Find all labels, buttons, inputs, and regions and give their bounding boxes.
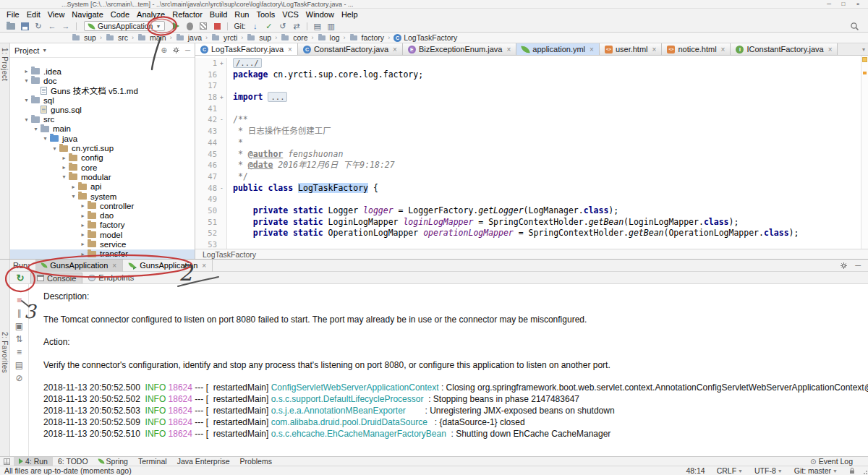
chevron-down-icon[interactable]: ▾ bbox=[41, 135, 49, 142]
status-message[interactable]: All files are up-to-date (moments ago) bbox=[4, 466, 132, 475]
menu-item-edit[interactable]: Edit bbox=[23, 9, 44, 20]
chevron-down-icon[interactable]: ▾ bbox=[60, 174, 68, 180]
save-all-icon[interactable] bbox=[18, 21, 31, 32]
close-button[interactable]: × bbox=[851, 0, 865, 8]
tree-item-java[interactable]: ▾java bbox=[10, 134, 195, 143]
stop-button[interactable] bbox=[210, 21, 224, 32]
run-tool-clear-all-icon[interactable]: ⊘ bbox=[15, 374, 22, 382]
close-icon[interactable]: × bbox=[393, 46, 397, 54]
chevron-right-icon[interactable]: ▸ bbox=[69, 184, 77, 190]
forward-icon[interactable]: → bbox=[59, 21, 72, 32]
fold-marker[interactable]: - bbox=[217, 114, 227, 126]
menu-item-vcs[interactable]: VCS bbox=[278, 9, 302, 20]
tree-item-guns-sql[interactable]: guns.sql bbox=[10, 105, 195, 114]
chevron-right-icon[interactable]: ▸ bbox=[79, 202, 87, 209]
caret-position-widget[interactable]: 48:14 bbox=[686, 466, 705, 475]
menu-item-window[interactable]: Window bbox=[302, 9, 338, 20]
menu-item-navigate[interactable]: Navigate bbox=[68, 9, 106, 20]
editor-scrollbar[interactable] bbox=[861, 56, 868, 249]
show-history-icon[interactable]: ▤ bbox=[311, 21, 324, 32]
chevron-right-icon[interactable]: ▸ bbox=[22, 68, 30, 74]
run-tool-stop-icon[interactable]: ■ bbox=[17, 296, 22, 304]
breadcrumb-item-sup[interactable]: sup bbox=[71, 33, 97, 42]
toolwindow-button-6-todo[interactable]: 6: TODO bbox=[53, 457, 93, 466]
tree-item-modular[interactable]: ▾modular bbox=[10, 172, 195, 181]
tree-item-core[interactable]: ▸core bbox=[10, 163, 195, 172]
close-icon[interactable]: × bbox=[506, 46, 511, 54]
tree-item-system[interactable]: ▾system bbox=[10, 192, 195, 201]
stripe-button-project[interactable]: 1: Project bbox=[1, 48, 9, 81]
stripe-button-favorites[interactable]: 2: Favorites bbox=[1, 332, 9, 373]
fold-marker[interactable]: - bbox=[217, 183, 227, 194]
chevron-down-icon[interactable]: ▼ bbox=[42, 48, 47, 53]
fold-marker[interactable]: + bbox=[217, 58, 227, 69]
rerun-button[interactable]: ↻ bbox=[10, 273, 30, 283]
tree-item-model[interactable]: ▸model bbox=[10, 230, 195, 239]
tree-item-guns-v5-1-md[interactable]: Guns 技术文档 v5.1.md bbox=[10, 86, 195, 95]
toolwindow-button-4-run[interactable]: 4: Run bbox=[14, 457, 53, 466]
tree-item-api[interactable]: ▸api bbox=[10, 182, 195, 192]
chevron-down-icon[interactable]: ▾ bbox=[22, 116, 30, 123]
run-tool-pause-output-icon[interactable]: ∥ bbox=[17, 309, 22, 317]
toolwindow-button-terminal[interactable]: Terminal bbox=[133, 457, 172, 466]
breadcrumb-item[interactable]: LogTaskFactory bbox=[203, 250, 256, 259]
lock-icon[interactable] bbox=[849, 467, 855, 474]
close-icon[interactable]: × bbox=[590, 46, 594, 54]
breadcrumb-item-logtaskfactory[interactable]: CLogTaskFactory bbox=[393, 33, 458, 42]
close-icon[interactable]: × bbox=[721, 46, 726, 54]
tree-item-factory[interactable]: ▸factory bbox=[10, 221, 195, 230]
breadcrumb-item-java[interactable]: java bbox=[175, 33, 203, 42]
close-icon[interactable]: × bbox=[288, 46, 292, 54]
menu-item-view[interactable]: View bbox=[44, 9, 69, 20]
hide-panel-icon[interactable]: ─ bbox=[855, 261, 861, 270]
run-configuration-select[interactable]: GunsApplication ▼ bbox=[84, 21, 165, 31]
editor-tab-user-html[interactable]: <>user.html× bbox=[600, 43, 662, 55]
close-icon[interactable]: × bbox=[202, 262, 206, 270]
breadcrumb-item-factory[interactable]: factory bbox=[349, 33, 386, 42]
gear-icon[interactable] bbox=[172, 46, 180, 54]
breadcrumb-item-sup[interactable]: sup bbox=[246, 33, 272, 42]
menu-item-run[interactable]: Run bbox=[231, 9, 252, 20]
breadcrumb-item-log[interactable]: log bbox=[317, 33, 341, 42]
breadcrumb-item-yrcti[interactable]: yrcti bbox=[210, 33, 238, 42]
hide-panel-icon[interactable]: ─ bbox=[185, 46, 190, 54]
chevron-right-icon[interactable]: ▸ bbox=[60, 155, 68, 161]
menu-item-tools[interactable]: Tools bbox=[252, 9, 278, 20]
editor-tab-iconstantfactory-java[interactable]: IIConstantFactory.java× bbox=[731, 43, 838, 55]
menu-item-help[interactable]: Help bbox=[338, 9, 362, 20]
view-tab-console[interactable]: Console bbox=[30, 273, 82, 283]
editor-tab-constantfactory-java[interactable]: CConstantFactory.java× bbox=[298, 43, 403, 55]
chevron-down-icon[interactable]: ▾ bbox=[22, 97, 30, 103]
breadcrumb-item-main[interactable]: main bbox=[137, 33, 167, 42]
close-icon[interactable]: × bbox=[112, 262, 116, 270]
tree-item-sql[interactable]: ▾sql bbox=[10, 95, 195, 105]
project-panel-title[interactable]: Project bbox=[14, 46, 39, 55]
breadcrumb-item-core[interactable]: core bbox=[280, 33, 308, 42]
chevron-down-icon[interactable]: ▾ bbox=[32, 126, 40, 132]
vcs-compare-icon[interactable]: ⇄ bbox=[290, 21, 303, 32]
toolwindow-button-problems[interactable]: Problems bbox=[235, 457, 277, 466]
toolwindow-switcher-icon[interactable] bbox=[4, 458, 10, 465]
tree-item-src[interactable]: ▾src bbox=[10, 114, 195, 124]
minimize-button[interactable]: ─ bbox=[822, 0, 836, 8]
chevron-right-icon[interactable]: ▸ bbox=[79, 251, 87, 257]
editor-tab-logtaskfactory-java[interactable]: CLogTaskFactory.java× bbox=[195, 43, 298, 55]
toolwindow-button-event-log[interactable]: ⊙Event Log bbox=[805, 457, 858, 466]
vcs-update-icon[interactable]: ↓ bbox=[249, 21, 262, 32]
vcs-branch-widget[interactable]: Git: master▼ bbox=[794, 466, 838, 475]
chevron-down-icon[interactable]: ▾ bbox=[69, 193, 77, 200]
tree-item-idea[interactable]: ▸.idea bbox=[10, 67, 195, 76]
run-tab-gunsapplication-2[interactable]: GunsApplication× bbox=[123, 260, 213, 272]
tree-item-cn-yrcti-sup[interactable]: ▾cn.yrcti.sup bbox=[10, 143, 195, 153]
coverage-button[interactable] bbox=[197, 21, 210, 32]
tree-item-controller[interactable]: ▸controller bbox=[10, 201, 195, 210]
fold-marker[interactable]: + bbox=[217, 92, 227, 103]
menu-item-file[interactable]: File bbox=[3, 9, 23, 20]
breadcrumb-item-src[interactable]: src bbox=[105, 33, 129, 42]
locate-file-icon[interactable]: ⊕ bbox=[161, 46, 167, 54]
editor-tab-notice-html[interactable]: <>notice.html× bbox=[662, 43, 731, 55]
back-icon[interactable]: ← bbox=[46, 21, 59, 32]
view-tab-endpoints[interactable]: Endpoints bbox=[82, 273, 140, 283]
tab-list-icon[interactable]: ▾ bbox=[862, 43, 868, 55]
vcs-commit-icon[interactable]: ✓ bbox=[263, 21, 276, 32]
